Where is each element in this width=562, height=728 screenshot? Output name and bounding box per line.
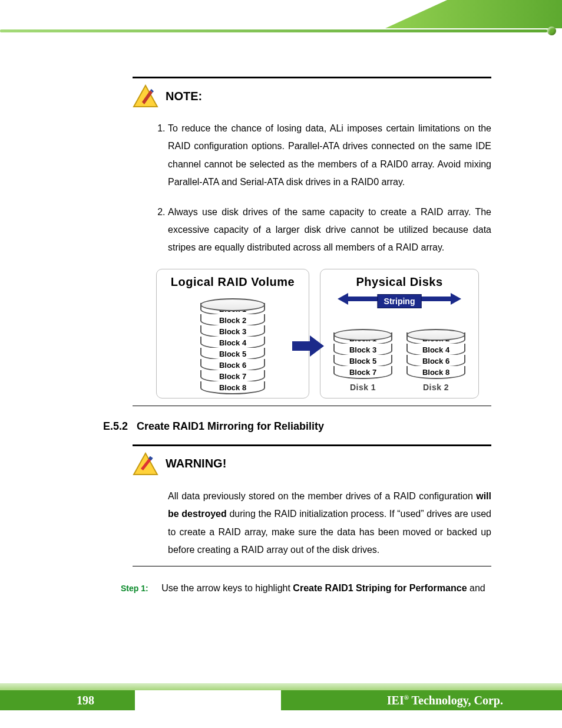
note-item: Always use disk drives of the same capac… bbox=[168, 203, 491, 257]
warning-block: WARNING! All data previously stored on t… bbox=[103, 444, 491, 567]
footer-gradient bbox=[0, 683, 562, 690]
note-rule-top bbox=[133, 77, 491, 78]
section-title: Create RAID1 Mirroring for Reliability bbox=[137, 420, 324, 432]
svg-marker-0 bbox=[134, 85, 157, 107]
warning-text: All data previously stored on the member… bbox=[168, 487, 491, 559]
section-heading: E.5.2 Create RAID1 Mirroring for Reliabi… bbox=[103, 420, 491, 433]
disk2-column: Block 2 Block 4 Block 6 Block 8 Disk 2 bbox=[406, 324, 465, 392]
step-text-post: and bbox=[467, 583, 485, 593]
section-number: E.5.2 bbox=[103, 420, 128, 432]
step-row: Step 1: Use the arrow keys to highlight … bbox=[121, 583, 491, 594]
footer-bar: 198 IEI® Technology, Corp. bbox=[0, 690, 562, 710]
note-label: NOTE: bbox=[166, 90, 202, 103]
disk2-stack: Block 2 Block 4 Block 6 Block 8 bbox=[406, 329, 465, 379]
block-label: Block 8 bbox=[200, 381, 265, 394]
logical-volume-title: Logical RAID Volume bbox=[161, 275, 304, 289]
caution-triangle-icon bbox=[133, 84, 158, 108]
header-rule bbox=[0, 29, 547, 32]
step-text-pre: Use the arrow keys to highlight bbox=[161, 583, 293, 593]
logical-disk-stack: Block 1 Block 2 Block 3 Block 4 Block 5 … bbox=[200, 298, 265, 394]
page-number: 198 bbox=[77, 694, 94, 707]
footer-brand: IEI® Technology, Corp. bbox=[387, 694, 503, 707]
arrow-right-icon bbox=[292, 335, 324, 357]
block-label: Block 7 bbox=[333, 366, 392, 379]
step-text-bold: Create RAID1 Striping for Performance bbox=[293, 583, 467, 593]
brand-sup: ® bbox=[404, 694, 409, 701]
warning-heading: WARNING! bbox=[133, 452, 491, 476]
note-item: To reduce the chance of losing data, ALi… bbox=[168, 120, 491, 192]
note-heading: NOTE: bbox=[133, 84, 491, 108]
disk1-stack: Block 1 Block 3 Block 5 Block 7 bbox=[333, 329, 392, 379]
logical-volume-box: Logical RAID Volume Block 1 Block 2 Bloc… bbox=[156, 269, 309, 398]
warning-rule-top bbox=[133, 444, 491, 446]
warning-text-pre: All data previously stored on the member… bbox=[168, 491, 476, 501]
disk2-label: Disk 2 bbox=[406, 383, 465, 392]
brand-pre: IEI bbox=[387, 694, 404, 707]
note-rule-bottom bbox=[133, 406, 491, 406]
disk1-label: Disk 1 bbox=[333, 383, 392, 392]
physical-disks-title: Physical Disks bbox=[325, 275, 474, 289]
page-content: NOTE: To reduce the chance of losing dat… bbox=[103, 77, 491, 594]
raid-diagram: Logical RAID Volume Block 1 Block 2 Bloc… bbox=[156, 269, 491, 398]
header-dot-icon bbox=[547, 27, 556, 35]
striping-badge: Striping bbox=[378, 294, 422, 308]
warning-triangle-icon bbox=[133, 452, 158, 476]
disk1-column: Block 1 Block 3 Block 5 Block 7 Disk 1 bbox=[333, 324, 392, 392]
brand-post: Technology, Corp. bbox=[409, 694, 503, 707]
page-header bbox=[0, 0, 562, 38]
note-list: To reduce the chance of losing data, ALi… bbox=[168, 120, 491, 257]
step-label: Step 1: bbox=[121, 584, 148, 593]
svg-marker-3 bbox=[292, 335, 324, 357]
warning-label: WARNING! bbox=[166, 457, 226, 470]
block-label: Block 8 bbox=[406, 366, 465, 379]
physical-disks-box: Physical Disks Striping Block 1 Block 3 … bbox=[320, 269, 479, 398]
page-footer: 198 IEI® Technology, Corp. bbox=[0, 683, 562, 710]
warning-rule-bottom bbox=[133, 566, 491, 566]
